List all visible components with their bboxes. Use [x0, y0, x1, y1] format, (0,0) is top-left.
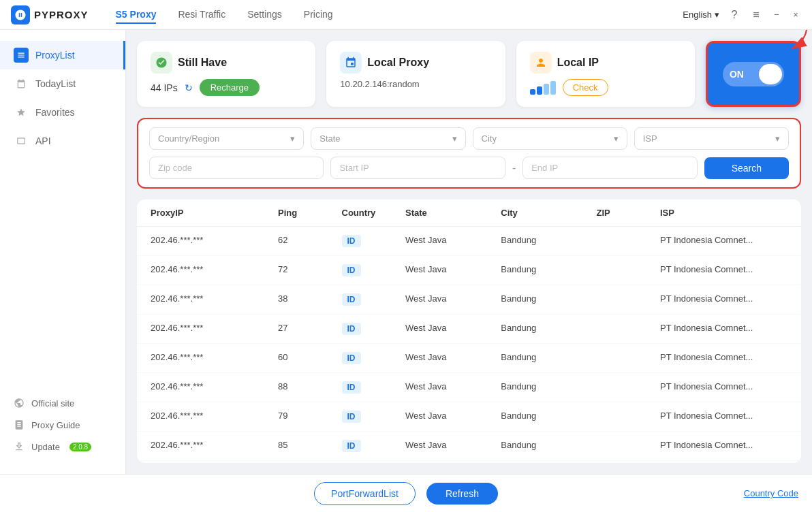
td-ping: 88 [278, 381, 342, 394]
table-row[interactable]: 202.46.***.*** 88 ID West Java Bandung P… [137, 373, 801, 402]
app-logo: PYPROXY [11, 5, 89, 25]
nav-tab-settings[interactable]: Settings [247, 6, 282, 24]
sidebar-proxy-guide[interactable]: Proxy Guide [0, 414, 125, 436]
td-isp: PT Indonesia Comnet... [660, 411, 787, 423]
toggle-card: ON [706, 41, 801, 107]
table-row[interactable]: 202.46.***.*** 38 ID West Java Bandung P… [137, 285, 801, 315]
check-button[interactable]: Check [563, 79, 608, 96]
td-isp: PT Indonesia Comnet... [660, 381, 787, 394]
td-city: Bandung [501, 264, 596, 276]
update-badge: 2.0.8 [69, 443, 91, 451]
main-layout: ProxyList TodayList Favorites API Offici… [0, 30, 812, 474]
local-ip-icon [530, 52, 552, 74]
state-select[interactable]: State ▾ [311, 127, 465, 150]
td-isp: PT Indonesia Comnet... [660, 264, 787, 276]
td-ping: 79 [278, 411, 342, 423]
sidebar-item-api[interactable]: API [0, 127, 125, 155]
table-row[interactable]: 202.46.***.*** 79 ID West Java Bandung P… [137, 402, 801, 432]
th-ping: Ping [278, 208, 342, 218]
filter-row-2: - Search [149, 157, 789, 179]
minimize-button[interactable]: − [771, 10, 782, 20]
proxy-table: ProxyIP Ping Country State City ZIP ISP … [137, 199, 801, 463]
close-button[interactable]: × [790, 10, 801, 20]
end-ip-input[interactable] [522, 157, 697, 179]
proxylist-icon [14, 48, 29, 63]
bar-4 [550, 81, 556, 95]
language-selector[interactable]: English ▾ [683, 10, 719, 20]
sidebar-api-label: API [35, 135, 51, 146]
td-state: West Java [405, 323, 501, 335]
td-state: West Java [405, 235, 501, 247]
search-button[interactable]: Search [704, 157, 789, 179]
td-zip [597, 235, 661, 247]
td-ping: 27 [278, 323, 342, 335]
language-label: English [683, 10, 712, 20]
td-ping: 60 [278, 352, 342, 364]
td-zip [597, 264, 661, 276]
td-ip: 202.46.***.*** [151, 352, 278, 364]
logo-icon [11, 5, 30, 25]
menu-icon[interactable]: ≡ [749, 8, 763, 22]
td-state: West Java [405, 352, 501, 364]
local-ip-header: Local IP [530, 52, 681, 74]
sidebar-official-site[interactable]: Official site [0, 392, 125, 414]
nav-tab-resi[interactable]: Resi Traffic [178, 6, 225, 24]
footer: PortForwardList Refresh Country Code [0, 474, 812, 512]
toggle-on-label: ON [730, 69, 744, 80]
nav-tab-s5proxy[interactable]: S5 Proxy [116, 6, 157, 24]
filter-row-1: Country/Region ▾ State ▾ City ▾ ISP ▾ [149, 127, 789, 150]
nav-tab-pricing[interactable]: Pricing [304, 6, 333, 24]
still-have-body: 44 IPs ↻ Recharge [151, 79, 302, 96]
table-row[interactable]: 202.46.***.*** 62 ID West Java Bandung P… [137, 227, 801, 256]
port-forward-button[interactable]: PortForwardList [314, 482, 416, 505]
toggle-switch[interactable]: ON [723, 62, 784, 86]
bar-2 [537, 86, 542, 95]
table-row[interactable]: 202.46.***.*** 60 ID West Java Bandung P… [137, 344, 801, 373]
signal-bars [530, 81, 556, 95]
table-row[interactable]: 202.46.***.*** 72 ID West Java Bandung P… [137, 256, 801, 285]
table-header: ProxyIP Ping Country State City ZIP ISP [137, 199, 801, 227]
td-zip [597, 323, 661, 335]
th-proxyip: ProxyIP [151, 208, 278, 218]
td-country: ID [342, 352, 406, 364]
td-ping: 38 [278, 293, 342, 306]
update-label: Update [31, 442, 60, 452]
td-ip: 202.46.***.*** [151, 235, 278, 247]
proxy-guide-label: Proxy Guide [31, 420, 80, 430]
refresh-icon[interactable]: ↻ [185, 82, 193, 93]
recharge-button[interactable]: Recharge [200, 79, 260, 96]
td-city: Bandung [501, 235, 596, 247]
td-country: ID [342, 264, 406, 276]
nav-tabs: S5 Proxy Resi Traffic Settings Pricing [116, 6, 683, 24]
td-city: Bandung [501, 293, 596, 306]
refresh-button[interactable]: Refresh [426, 483, 498, 505]
red-arrow [768, 30, 812, 54]
td-ip: 202.46.***.*** [151, 381, 278, 394]
city-select[interactable]: City ▾ [473, 127, 627, 150]
zip-input[interactable] [149, 157, 324, 179]
sidebar-bottom: Official site Proxy Guide Update 2.0.8 [0, 387, 125, 463]
td-ping: 62 [278, 235, 342, 247]
td-country: ID [342, 293, 406, 306]
sidebar-item-favorites[interactable]: Favorites [0, 98, 125, 127]
table-row[interactable]: 202.46.***.*** 64 ID West Java Bandung P… [137, 461, 801, 463]
country-code-link[interactable]: Country Code [744, 488, 798, 498]
sidebar-update[interactable]: Update 2.0.8 [0, 436, 125, 458]
isp-chevron-icon: ▾ [775, 133, 780, 144]
local-proxy-icon [340, 52, 362, 74]
isp-select[interactable]: ISP ▾ [634, 127, 789, 150]
td-state: West Java [405, 293, 501, 306]
help-icon[interactable]: ? [728, 8, 741, 22]
sidebar-item-proxylist[interactable]: ProxyList [0, 41, 125, 69]
td-isp: PT Indonesia Comnet... [660, 323, 787, 335]
td-ip: 202.46.***.*** [151, 411, 278, 423]
td-isp: PT Indonesia Comnet... [660, 235, 787, 247]
country-region-select[interactable]: Country/Region ▾ [149, 127, 304, 150]
table-row[interactable]: 202.46.***.*** 27 ID West Java Bandung P… [137, 315, 801, 344]
table-row[interactable]: 202.46.***.*** 85 ID West Java Bandung P… [137, 432, 801, 461]
ip-count: 44 IPs [151, 82, 178, 93]
td-state: West Java [405, 440, 501, 452]
td-city: Bandung [501, 440, 596, 452]
start-ip-input[interactable] [330, 157, 505, 179]
sidebar-item-todaylist[interactable]: TodayList [0, 69, 125, 98]
